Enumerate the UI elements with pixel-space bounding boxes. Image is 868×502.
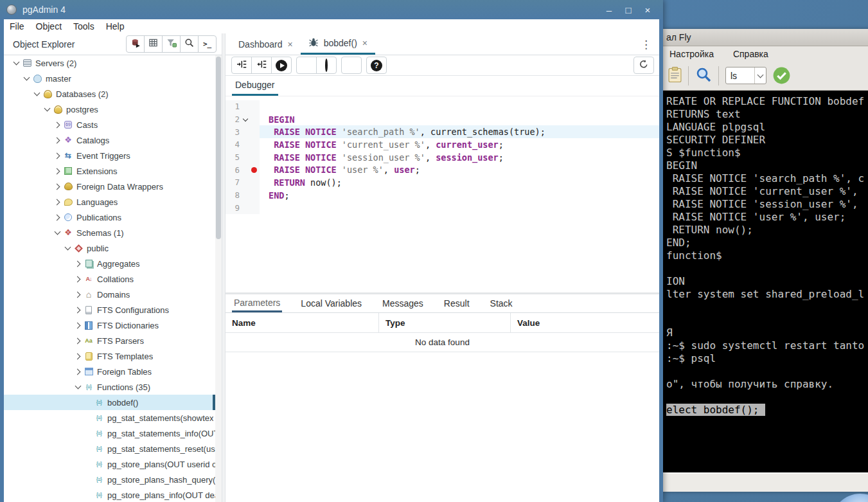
chevron-right-icon[interactable]: [72, 277, 84, 282]
tab-stack[interactable]: Stack: [488, 294, 515, 312]
server-activity-button[interactable]: [126, 35, 145, 53]
filter-button[interactable]: [162, 35, 181, 53]
chevron-down-icon[interactable]: [31, 93, 42, 95]
tree-item-fts-configurations[interactable]: FTS Configurations: [4, 302, 215, 318]
tree-item-foreign-tables[interactable]: Foreign Tables: [4, 364, 215, 379]
tree-item-casts[interactable]: 69Casts: [4, 117, 215, 132]
tab-messages[interactable]: Messages: [380, 294, 425, 312]
close-tab-icon[interactable]: ×: [362, 38, 368, 48]
terminal-menu-0[interactable]: Настройка: [669, 49, 714, 59]
chevron-right-icon[interactable]: [51, 138, 63, 143]
tree-item-languages[interactable]: Languages: [4, 194, 215, 210]
tree-item-foreign-data-wrappers[interactable]: Foreign Data Wrappers: [4, 179, 215, 194]
step-over-button[interactable]: [251, 57, 272, 74]
chevron-right-icon[interactable]: [72, 308, 84, 312]
tree-item-pg-stat-statements-showtex[interactable]: {≡}pg_stat_statements(showtex: [4, 410, 215, 426]
chevron-down-icon[interactable]: [21, 77, 32, 80]
tree-item-pg-store-plans-info-out-dea[interactable]: {≡}pg_store_plans_info(OUT dea: [4, 487, 215, 502]
menu-file[interactable]: File: [4, 21, 30, 31]
tree-item-public[interactable]: public: [4, 240, 215, 256]
search-icon-button[interactable]: [695, 66, 712, 85]
tree-scrollbar[interactable]: [215, 55, 222, 502]
chevron-right-icon[interactable]: [51, 184, 63, 189]
chevron-right-icon[interactable]: [51, 200, 63, 204]
chevron-right-icon[interactable]: [72, 354, 84, 359]
help-button[interactable]: ?: [366, 57, 387, 74]
chevron-right-icon[interactable]: [72, 370, 84, 374]
tree-item-schemas-1[interactable]: ❖Schemas (1): [4, 225, 215, 240]
tree-item-pg-store-plans-hash-query-t[interactable]: {≡}pg_store_plans_hash_query(t: [4, 472, 215, 487]
toggle-breakpoint-button[interactable]: [296, 57, 317, 74]
tab-debugger[interactable]: Debugger: [232, 76, 278, 96]
minimize-button[interactable]: –: [603, 4, 616, 15]
tree-item-pg-stat-statements-info-out[interactable]: {≡}pg_stat_statements_info(OUT: [4, 426, 215, 441]
chevron-right-icon[interactable]: [51, 215, 63, 220]
tree-item-postgres[interactable]: postgres: [4, 102, 215, 117]
step-into-button[interactable]: [231, 57, 252, 74]
tree-item-event-triggers[interactable]: ⇆Event Triggers: [4, 148, 215, 163]
tree-item-fts-dictionaries[interactable]: FTS Dictionaries: [4, 318, 215, 333]
refresh-button[interactable]: [633, 57, 654, 74]
tree-item-pg-store-plans-out-userid-oi[interactable]: {≡}pg_store_plans(OUT userid oi: [4, 456, 215, 472]
tree-item-pg-stat-statements-reset-us[interactable]: {≡}pg_stat_statements_reset(us: [4, 441, 215, 456]
chevron-right-icon[interactable]: [51, 123, 63, 127]
stop-button[interactable]: [341, 57, 362, 74]
chevron-right-icon[interactable]: [51, 169, 63, 174]
tree-item-catalogs[interactable]: ❖Catalogs: [4, 132, 215, 148]
close-button[interactable]: ×: [641, 4, 654, 15]
chevron-right-icon[interactable]: [72, 292, 84, 297]
menu-object[interactable]: Object: [30, 21, 67, 31]
chevron-down-icon[interactable]: [62, 247, 73, 249]
tree-item-fts-templates[interactable]: FTS Templates: [4, 348, 215, 364]
pgadmin-titlebar[interactable]: pgAdmin 4 – □ ×: [0, 0, 663, 19]
menu-tools[interactable]: Tools: [67, 21, 100, 31]
terminal-titlebar[interactable]: ал Fly: [663, 29, 868, 46]
tab-result[interactable]: Result: [442, 294, 472, 312]
breakpoint-dot-icon[interactable]: [251, 167, 260, 173]
run-command-button[interactable]: [773, 67, 790, 84]
tree-item-domains[interactable]: ⌂Domains: [4, 287, 215, 302]
tab-menu-kebab-icon[interactable]: ⋮: [641, 38, 651, 51]
chevron-down-icon[interactable]: [72, 386, 84, 388]
code-editor[interactable]: 12BEGIN3 RAISE NOTICE 'search_path %', c…: [226, 96, 659, 292]
psql-tool-button[interactable]: >_: [198, 35, 217, 53]
clipboard-icon-button[interactable]: [668, 66, 682, 85]
column-header-name[interactable]: Name: [226, 313, 379, 332]
tree-item-master[interactable]: master: [4, 71, 215, 86]
fold-chevron-icon[interactable]: [240, 118, 251, 121]
tree-item-aggregates[interactable]: Aggregates: [4, 256, 215, 271]
chevron-right-icon[interactable]: [72, 339, 84, 343]
close-tab-icon[interactable]: ×: [288, 39, 293, 49]
tab-dashboard[interactable]: Dashboard×: [231, 33, 301, 55]
tab-parameters[interactable]: Parameters: [232, 294, 282, 312]
chevron-down-icon[interactable]: [51, 231, 63, 234]
tree-item-collations[interactable]: A↓Collations: [4, 271, 215, 287]
search-objects-button[interactable]: [180, 35, 199, 53]
chevron-right-icon[interactable]: [72, 262, 84, 266]
tree-item-publications[interactable]: Publications: [4, 210, 215, 225]
chevron-down-icon[interactable]: [10, 62, 22, 64]
chevron-down-icon[interactable]: [41, 108, 53, 111]
view-data-button[interactable]: [144, 35, 163, 53]
tab-bobdef[interactable]: bobdef()×: [301, 33, 375, 55]
column-header-value[interactable]: Value: [511, 313, 659, 332]
terminal-screen[interactable]: REATE OR REPLACE FUNCTION bobdefRETURNS …: [663, 91, 868, 472]
command-select[interactable]: ls: [725, 67, 766, 84]
terminal-text: :~$ psql: [666, 352, 716, 364]
clear-all-breakpoints-button[interactable]: [316, 57, 337, 74]
continue-button[interactable]: [271, 57, 292, 74]
chevron-right-icon[interactable]: [51, 154, 63, 158]
maximize-button[interactable]: □: [622, 4, 635, 15]
tab-local-variables[interactable]: Local Variables: [299, 294, 364, 312]
chevron-right-icon[interactable]: [72, 323, 84, 328]
terminal-menu-1[interactable]: Справка: [733, 49, 768, 59]
tree-item-bobdef[interactable]: {≡}bobdef(): [4, 395, 215, 410]
tree-scrollbar-thumb[interactable]: [216, 57, 221, 239]
tree-item-databases-2[interactable]: Databases (2): [4, 86, 215, 102]
tree-item-fts-parsers[interactable]: AaFTS Parsers: [4, 333, 215, 348]
column-header-type[interactable]: Type: [379, 313, 511, 332]
tree-item-extensions[interactable]: Extensions: [4, 163, 215, 179]
tree-item-servers-2[interactable]: Servers (2): [4, 55, 215, 71]
menu-help[interactable]: Help: [100, 21, 130, 31]
tree-item-functions-35[interactable]: {≡}Functions (35): [4, 379, 215, 395]
